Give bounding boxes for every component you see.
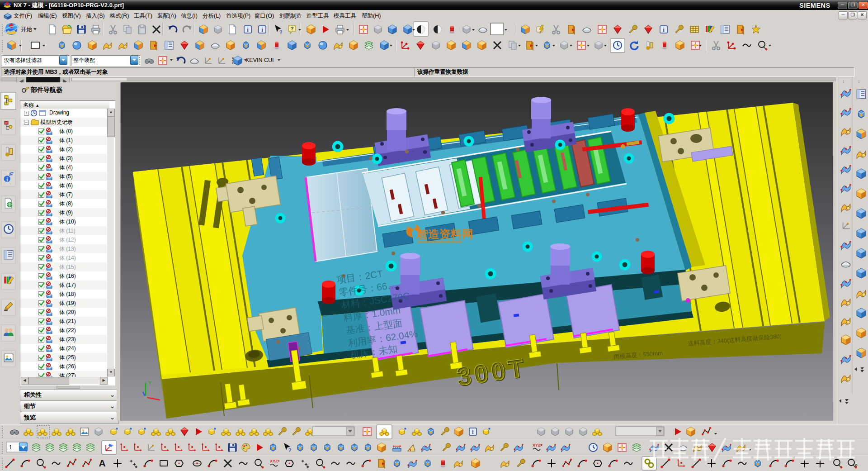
svg-text:智造资料网: 智造资料网	[416, 228, 473, 240]
svg-text:Y: Y	[148, 381, 151, 385]
svg-text:1: 1	[9, 444, 12, 451]
svg-text:开始: 开始	[21, 26, 32, 33]
